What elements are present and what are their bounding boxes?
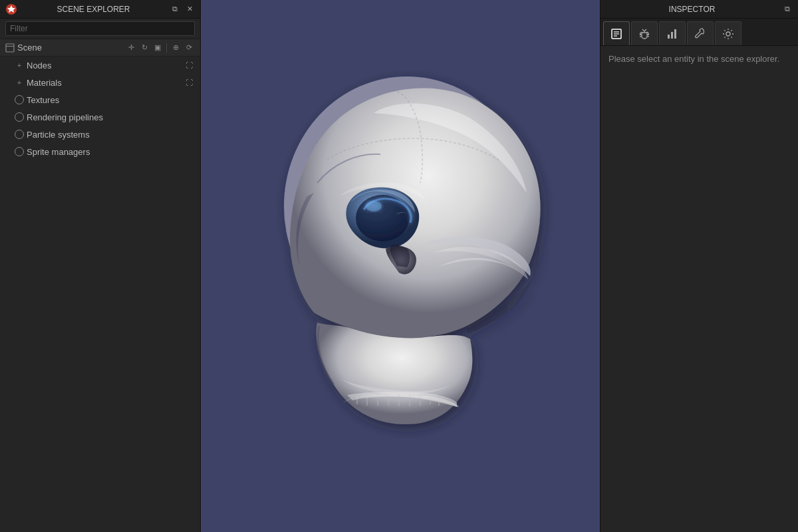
sidebar-item-nodes[interactable]: + Nodes ⛶ [0,57,200,74]
refresh-icon[interactable]: ↻ [138,42,150,54]
nodes-add-icon: + [15,61,24,69]
sidebar-item-particle-systems[interactable]: Particle systems [0,126,200,143]
particle-systems-icon [15,130,24,139]
materials-expand[interactable]: ⛶ [183,76,195,88]
move-icon[interactable]: ✛ [125,42,137,54]
inspector: INSPECTOR ⧉ [600,0,798,532]
debug-icon [638,28,650,40]
scene-explorer-titlebar: SCENE EXPLORER ⧉ ✕ [0,0,200,19]
tab-statistics[interactable] [659,21,686,45]
rendering-pipelines-icon [15,112,24,122]
sync-icon[interactable]: ⟳ [183,42,195,54]
close-button[interactable]: ✕ [184,4,195,15]
scene-icon [5,43,15,53]
sidebar-item-textures[interactable]: Textures [0,91,200,108]
scene-label: Scene [17,43,122,53]
skull-render [241,60,560,472]
viewport[interactable] [201,0,600,532]
inspector-content: Please select an entity in the scene exp… [600,46,798,532]
filter-input[interactable] [5,21,195,36]
sprite-managers-icon [15,147,24,156]
textures-icon [15,95,24,104]
skull-canvas [201,0,600,532]
svg-point-6 [366,201,382,211]
materials-label: Materials [27,78,180,88]
sidebar-item-sprite-managers[interactable]: Sprite managers [0,143,200,160]
divider [166,43,167,53]
scene-explorer-title: SCENE EXPLORER [21,5,166,14]
svg-rect-16 [671,32,673,39]
align-icon[interactable]: ⊕ [170,42,182,54]
properties-icon [610,28,622,40]
inspector-empty-message: Please select an entity in the scene exp… [608,54,779,64]
settings-icon [722,28,734,40]
textures-label: Textures [27,95,195,105]
svg-rect-17 [674,29,676,39]
tab-properties[interactable] [603,21,630,45]
filter-row [0,19,200,39]
particle-systems-label: Particle systems [27,130,195,140]
tab-debug[interactable] [631,21,658,45]
inspector-title: INSPECTOR [606,5,778,14]
scene-actions: ✛ ↻ ▣ ⊕ ⟳ [125,42,195,54]
tab-tools[interactable] [687,21,714,45]
restore-button[interactable]: ⧉ [170,4,180,15]
sprite-managers-label: Sprite managers [27,147,195,157]
app-icon [5,3,17,15]
inspector-restore-button[interactable]: ⧉ [782,4,793,15]
select-icon[interactable]: ▣ [152,42,164,54]
nodes-expand[interactable]: ⛶ [183,59,195,71]
svg-rect-2 [6,44,14,52]
statistics-icon [666,28,678,40]
scene-item[interactable]: Scene ✛ ↻ ▣ ⊕ ⟳ [0,39,200,57]
tab-settings[interactable] [715,21,741,45]
svg-rect-15 [668,35,670,39]
nodes-label: Nodes [27,61,180,70]
sidebar-item-materials[interactable]: + Materials ⛶ [0,74,200,91]
scene-explorer: SCENE EXPLORER ⧉ ✕ Scene ✛ ↻ ▣ ⊕ ⟳ + Nod… [0,0,201,532]
rendering-pipelines-label: Rendering pipelines [27,112,195,122]
materials-add-icon: + [15,78,24,86]
sidebar-item-rendering-pipelines[interactable]: Rendering pipelines [0,108,200,126]
tools-icon [694,28,706,40]
inspector-titlebar: INSPECTOR ⧉ [600,0,798,19]
inspector-tabs [600,19,798,46]
svg-point-18 [726,32,730,36]
